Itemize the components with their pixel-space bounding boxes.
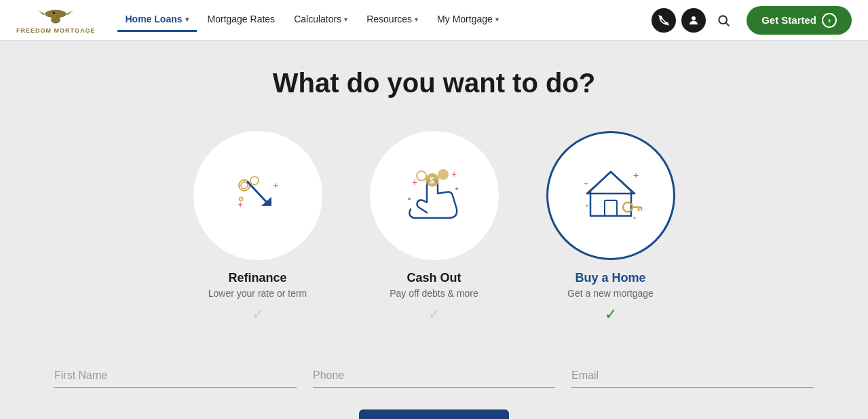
phone-input[interactable] bbox=[313, 364, 555, 388]
svg-point-24 bbox=[455, 187, 458, 190]
main-content: What do you want to do? + + bbox=[0, 41, 868, 419]
svg-marker-27 bbox=[587, 172, 635, 194]
option-cash-out[interactable]: $ + + Cash Out Pay off debts & more ✓ bbox=[366, 131, 502, 323]
refinance-subtitle: Lower your rate or term bbox=[208, 288, 307, 299]
svg-marker-2 bbox=[67, 10, 74, 15]
options-row: + + Refinance Lower your rate or term ✓ … bbox=[27, 131, 841, 323]
cash-out-title: Cash Out bbox=[407, 271, 461, 285]
form-submit-row: Get Started bbox=[27, 409, 841, 419]
logo[interactable]: Freedom Mortgage bbox=[16, 7, 96, 34]
search-icon bbox=[717, 14, 730, 27]
email-field bbox=[571, 364, 814, 388]
refinance-icon: + + bbox=[224, 168, 292, 223]
svg-text:+: + bbox=[238, 199, 243, 210]
svg-line-13 bbox=[248, 182, 268, 204]
buy-home-circle: + + bbox=[546, 131, 675, 260]
cash-out-check: ✓ bbox=[428, 306, 440, 323]
nav-icon-group bbox=[652, 8, 736, 33]
search-icon-button[interactable] bbox=[711, 8, 736, 33]
nav-resources[interactable]: Resources ▾ bbox=[358, 8, 426, 32]
form-get-started-button[interactable]: Get Started bbox=[359, 409, 508, 419]
svg-point-8 bbox=[719, 16, 727, 24]
svg-marker-1 bbox=[38, 10, 45, 15]
cash-out-subtitle: Pay off debts & more bbox=[390, 288, 478, 299]
chevron-down-icon: ▾ bbox=[495, 16, 499, 23]
email-input[interactable] bbox=[571, 364, 814, 388]
refinance-title: Refinance bbox=[228, 271, 286, 285]
refinance-circle: + + bbox=[193, 131, 322, 260]
svg-point-7 bbox=[692, 16, 696, 20]
svg-rect-28 bbox=[605, 200, 617, 216]
svg-point-35 bbox=[586, 204, 588, 207]
first-name-field bbox=[54, 364, 297, 388]
nav-calculators[interactable]: Calculators ▾ bbox=[286, 8, 356, 32]
svg-text:+: + bbox=[633, 170, 639, 181]
svg-text:$: $ bbox=[430, 176, 434, 185]
buy-home-icon: + + bbox=[573, 165, 648, 226]
svg-point-3 bbox=[51, 16, 60, 24]
first-name-input[interactable] bbox=[54, 364, 297, 388]
svg-point-25 bbox=[408, 198, 411, 200]
buy-home-check: ✓ bbox=[605, 306, 617, 323]
svg-point-12 bbox=[250, 177, 259, 185]
cash-out-circle: $ + + bbox=[370, 131, 499, 260]
logo-eagle-icon bbox=[31, 7, 80, 26]
chevron-down-icon: ▾ bbox=[185, 16, 189, 23]
nav-get-started-button[interactable]: Get Started › bbox=[747, 6, 852, 35]
phone-slash-icon bbox=[658, 14, 670, 26]
navbar: Freedom Mortgage Home Loans ▾ Mortgage R… bbox=[0, 0, 868, 41]
svg-point-20 bbox=[438, 169, 449, 180]
svg-point-36 bbox=[633, 217, 636, 219]
svg-text:+: + bbox=[412, 177, 417, 187]
refinance-check: ✓ bbox=[252, 306, 264, 323]
option-refinance[interactable]: + + Refinance Lower your rate or term ✓ bbox=[190, 131, 326, 323]
logo-text: Freedom Mortgage bbox=[16, 27, 96, 34]
chevron-down-icon: ▾ bbox=[344, 16, 347, 23]
phone-field bbox=[313, 364, 555, 388]
nav-home-loans[interactable]: Home Loans ▾ bbox=[117, 8, 197, 32]
chevron-down-icon: ▾ bbox=[415, 16, 418, 23]
nav-mortgage-rates[interactable]: Mortgage Rates bbox=[200, 8, 284, 32]
svg-text:+: + bbox=[273, 180, 278, 191]
buy-home-title: Buy a Home bbox=[575, 271, 645, 285]
user-icon-button[interactable] bbox=[681, 8, 706, 33]
page-heading: What do you want to do? bbox=[27, 68, 841, 98]
phone-icon-button[interactable] bbox=[652, 8, 676, 33]
svg-point-21 bbox=[417, 171, 426, 181]
user-icon bbox=[687, 14, 700, 26]
option-buy-home[interactable]: + + Buy a Home Get a new mortgage ✓ bbox=[543, 131, 679, 323]
nav-links: Home Loans ▾ Mortgage Rates Calculators … bbox=[117, 8, 652, 32]
buy-home-subtitle: Get a new mortgage bbox=[567, 288, 654, 299]
nav-my-mortgage[interactable]: My Mortgage ▾ bbox=[429, 8, 507, 32]
svg-point-4 bbox=[53, 12, 56, 14]
cash-out-icon: $ + + bbox=[397, 165, 472, 226]
form-row bbox=[27, 364, 841, 388]
svg-point-11 bbox=[241, 182, 248, 189]
svg-text:+: + bbox=[451, 168, 457, 179]
svg-text:+: + bbox=[584, 179, 588, 189]
arrow-circle-icon: › bbox=[822, 13, 837, 28]
svg-line-9 bbox=[726, 22, 730, 26]
